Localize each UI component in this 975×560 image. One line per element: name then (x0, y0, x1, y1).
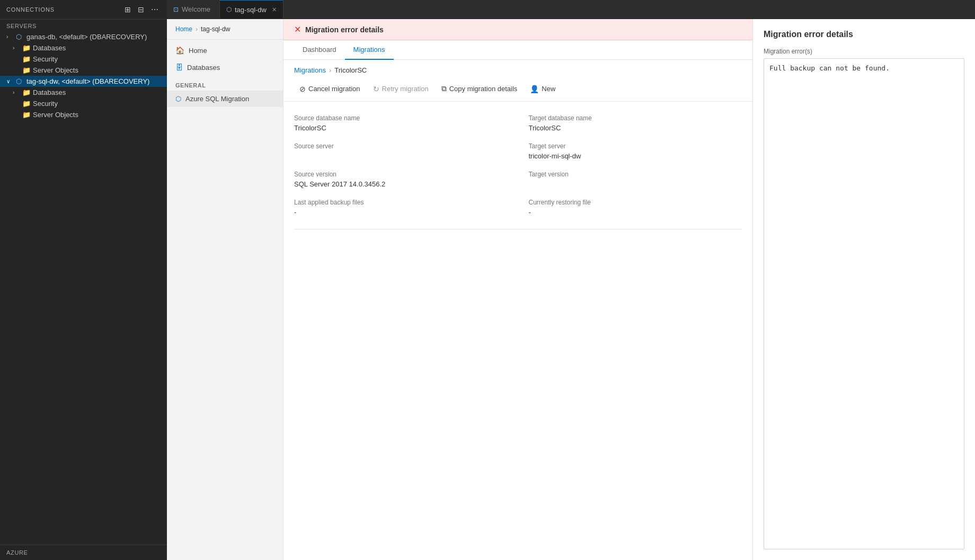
tab-tag-sql-dw[interactable]: ⬡ tag-sql-dw ✕ (220, 0, 283, 19)
error-banner-title: Migration error details (305, 25, 384, 34)
tree-security-ganas[interactable]: 📁 Security (0, 54, 167, 65)
last-applied-backup-label: Last applied backup files (294, 199, 508, 206)
last-applied-backup-field: Last applied backup files - (294, 199, 508, 216)
page-tabs: Dashboard Migrations (283, 40, 752, 60)
new-icon: 👤 (530, 85, 539, 93)
folder-icon: 📁 (22, 88, 31, 96)
retry-icon: ↻ (373, 85, 379, 93)
folder-icon: 📁 (22, 66, 31, 74)
tab-migrations-label: Migrations (353, 46, 385, 54)
disconnect-icon[interactable]: ⊟ (136, 4, 146, 15)
target-server-label: Target server (529, 143, 742, 150)
last-applied-backup-value: - (294, 208, 508, 216)
target-database-name-field: Target database name TricolorSC (529, 114, 742, 132)
nav-databases[interactable]: 🗄 Databases (167, 59, 283, 76)
nav-azure-sql-migration[interactable]: ⬡ Azure SQL Migration (167, 91, 283, 107)
servers-label: Servers (0, 20, 167, 31)
tree-server-objects-tag[interactable]: 📁 Server Objects (0, 109, 167, 120)
chevron-icon: ∨ (6, 78, 14, 84)
source-server-field: Source server (294, 143, 508, 160)
new-label: New (542, 85, 555, 93)
tab-migrations[interactable]: Migrations (345, 40, 394, 60)
breadcrumb-sep: › (196, 25, 198, 33)
tab-dashboard[interactable]: Dashboard (294, 40, 345, 60)
currently-restoring-value: - (529, 208, 742, 216)
tree-label: Databases (33, 88, 66, 96)
databases-icon: 🗄 (175, 63, 183, 72)
folder-icon: 📁 (22, 44, 31, 52)
sidebar-header-icons: ⊞ ⊟ ⋯ (123, 4, 161, 15)
action-bar: ⊘ Cancel migration ↻ Retry migration ⧉ C… (283, 78, 752, 102)
error-icon: ✕ (294, 24, 301, 34)
nav-home[interactable]: 🏠 Home (167, 42, 283, 59)
details-grid: Source database name TricolorSC Target d… (283, 102, 752, 229)
tree-label: ganas-db, <default> (DBARECOVERY) (26, 33, 147, 41)
left-nav: Home › tag-sql-dw 🏠 Home 🗄 Databases Gen… (167, 19, 283, 560)
currently-restoring-label: Currently restoring file (529, 199, 742, 206)
tab-tag-label: tag-sql-dw (235, 6, 267, 14)
azure-label: Azure (0, 545, 167, 560)
breadcrumb: Home › tag-sql-dw (167, 19, 283, 37)
target-server-value: tricolor-mi-sql-dw (529, 152, 742, 160)
tree-label: Server Objects (33, 66, 78, 74)
right-panel: Migration error details Migration error(… (752, 19, 975, 560)
page-content: ✕ Migration error details Dashboard Migr… (283, 19, 752, 560)
general-section-label: General (167, 76, 283, 91)
breadcrumb-home[interactable]: Home (175, 25, 192, 33)
breadcrumb-current: tag-sql-dw (201, 25, 230, 33)
copy-migration-details-button[interactable]: ⧉ Copy migration details (436, 82, 523, 96)
right-panel-section-label: Migration error(s) (764, 48, 964, 55)
tree-server-ganas[interactable]: › ⬡ ganas-db, <default> (DBARECOVERY) (0, 31, 167, 42)
tab-bar: ⊡ Welcome ⬡ tag-sql-dw ✕ (167, 0, 975, 19)
tree-databases-ganas[interactable]: › 📁 Databases (0, 42, 167, 54)
tree-label: Databases (33, 44, 66, 52)
more-icon[interactable]: ⋯ (149, 4, 161, 15)
tree-label: Security (33, 55, 58, 63)
server-icon: ⬡ (16, 33, 24, 41)
content-breadcrumb-current: TricolorSC (334, 66, 367, 74)
nav-home-label: Home (189, 47, 207, 55)
main-area: ⊡ Welcome ⬡ tag-sql-dw ✕ Home › tag-sql-… (167, 0, 975, 560)
tab-welcome[interactable]: ⊡ Welcome (167, 0, 220, 19)
tree-databases-tag[interactable]: › 📁 Databases (0, 87, 167, 98)
tab-tag-icon: ⬡ (226, 6, 232, 13)
error-banner: ✕ Migration error details (283, 19, 752, 40)
folder-icon: 📁 (22, 111, 31, 119)
server-icon: ⬡ (16, 77, 24, 85)
azure-migration-icon: ⬡ (175, 95, 181, 103)
chevron-icon: › (6, 34, 14, 40)
tree-label: tag-sql-dw, <default> (DBARECOVERY) (26, 77, 149, 85)
home-icon: 🏠 (175, 46, 184, 55)
content-breadcrumb-link[interactable]: Migrations (294, 66, 326, 74)
nav-azure-sql-label: Azure SQL Migration (185, 95, 249, 103)
close-tab-icon[interactable]: ✕ (272, 6, 277, 13)
source-server-label: Source server (294, 143, 508, 150)
source-database-name-field: Source database name TricolorSC (294, 114, 508, 132)
source-version-label: Source version (294, 171, 508, 178)
retry-migration-button[interactable]: ↻ Retry migration (368, 82, 434, 96)
tree-server-objects-ganas[interactable]: 📁 Server Objects (0, 65, 167, 76)
nav-divider (167, 39, 283, 40)
content-area: Home › tag-sql-dw 🏠 Home 🗄 Databases Gen… (167, 19, 975, 560)
tab-welcome-icon: ⊡ (173, 6, 179, 13)
cancel-icon: ⊘ (299, 85, 306, 93)
details-divider (294, 229, 742, 229)
new-button[interactable]: 👤 New (525, 82, 561, 96)
tree-security-tag[interactable]: 📁 Security (0, 98, 167, 109)
content-breadcrumb-sep: › (329, 66, 331, 74)
content-breadcrumb: Migrations › TricolorSC (283, 60, 752, 78)
source-version-field: Source version SQL Server 2017 14.0.3456… (294, 171, 508, 188)
target-database-name-value: TricolorSC (529, 124, 742, 132)
copy-icon: ⧉ (441, 84, 447, 93)
error-text-area[interactable] (764, 58, 964, 549)
target-version-field: Target version (529, 171, 742, 188)
tree-label: Server Objects (33, 111, 78, 119)
tab-dashboard-label: Dashboard (303, 46, 336, 54)
cancel-migration-button[interactable]: ⊘ Cancel migration (294, 82, 366, 96)
tree-server-tag[interactable]: ∨ ⬡ tag-sql-dw, <default> (DBARECOVERY) (0, 76, 167, 87)
retry-migration-label: Retry migration (382, 85, 429, 93)
new-connection-icon[interactable]: ⊞ (123, 4, 133, 15)
nav-databases-label: Databases (187, 64, 220, 72)
folder-icon: 📁 (22, 55, 31, 63)
right-panel-title: Migration error details (764, 30, 964, 39)
